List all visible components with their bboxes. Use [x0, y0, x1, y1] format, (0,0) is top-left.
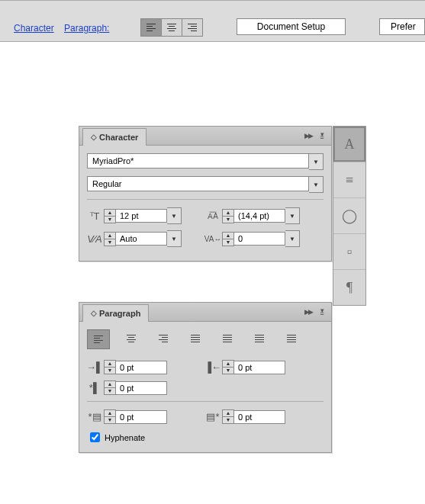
paragraph-panel-icon[interactable]: ≡	[333, 162, 365, 198]
leading-icon: A͞A	[205, 209, 221, 223]
font-size-icon: ᵀT	[87, 209, 102, 223]
para-justify-right[interactable]	[249, 329, 270, 348]
leading-dropdown[interactable]: ▼	[285, 207, 300, 224]
font-size-stepper[interactable]: ▲▼	[104, 209, 116, 223]
tracking-input[interactable]	[234, 232, 285, 246]
opentype-panel-icon[interactable]: ◯	[333, 198, 365, 234]
character-panel-icon[interactable]: A	[333, 127, 365, 162]
space-after-input[interactable]	[234, 410, 285, 424]
align-center-button[interactable]	[162, 19, 182, 36]
character-panel: ◇Character ▶▶ ▾≡ ▼ ▼ ᵀT ▲▼ ▼ A͞A ▲▼ ▼	[79, 126, 332, 262]
indent-right-icon: ▐←	[205, 361, 221, 374]
kerning-icon: V⁄A	[87, 232, 102, 246]
panel-menu-icon[interactable]: ▾≡	[317, 309, 327, 315]
character-link[interactable]: Character	[14, 23, 54, 34]
font-family-dropdown[interactable]: ▼	[309, 153, 324, 170]
font-style-dropdown[interactable]: ▼	[309, 176, 324, 193]
first-line-indent-input[interactable]	[116, 381, 167, 395]
leading-stepper[interactable]: ▲▼	[222, 209, 234, 223]
font-style-input[interactable]	[87, 176, 309, 191]
character-tab[interactable]: ◇Character	[82, 128, 146, 146]
font-size-dropdown[interactable]: ▼	[167, 207, 182, 224]
para-align-right[interactable]	[153, 329, 174, 348]
para-align-left[interactable]	[87, 329, 110, 349]
font-family-input[interactable]	[87, 153, 309, 169]
panel-header[interactable]: ◇Character ▶▶ ▾≡	[79, 127, 331, 146]
toolbar-align-group	[140, 18, 203, 37]
tracking-dropdown[interactable]: ▼	[285, 230, 300, 247]
top-toolbar: Character Paragraph: Document Setup Pref…	[0, 0, 425, 42]
indent-right-stepper[interactable]: ▲▼	[222, 360, 234, 374]
space-after-icon: ▤*	[205, 410, 221, 424]
paragraph-link[interactable]: Paragraph:	[64, 23, 109, 34]
side-icon-bar: A ≡ ◯ ▫ ¶	[333, 126, 366, 306]
panel-header[interactable]: ◇Paragraph ▶▶ ▾≡	[79, 303, 331, 322]
para-justify-all[interactable]	[281, 329, 302, 348]
para-justify-center[interactable]	[217, 329, 238, 348]
pilcrow-panel-icon[interactable]: ¶	[333, 270, 365, 305]
hyphenate-checkbox[interactable]	[90, 432, 100, 442]
collapse-icon[interactable]: ▶▶	[304, 308, 312, 316]
preferences-button[interactable]: Prefer	[379, 18, 425, 35]
paragraph-tab[interactable]: ◇Paragraph	[82, 304, 149, 322]
kerning-stepper[interactable]: ▲▼	[104, 232, 116, 246]
font-size-input[interactable]	[116, 209, 167, 223]
indent-left-icon: →▌	[87, 361, 102, 374]
kerning-dropdown[interactable]: ▼	[167, 230, 182, 247]
align-left-button[interactable]	[141, 19, 162, 36]
indent-left-stepper[interactable]: ▲▼	[104, 360, 116, 374]
kerning-input[interactable]	[116, 232, 167, 246]
paragraph-panel: ◇Paragraph ▶▶ ▾≡ →▌ ▲▼ ▐← ▲▼	[79, 302, 332, 453]
panel-menu-icon[interactable]: ▾≡	[317, 133, 327, 139]
space-before-icon: *▤	[87, 410, 102, 424]
leading-input[interactable]	[234, 209, 285, 223]
glyphs-panel-icon[interactable]: ▫	[333, 234, 365, 270]
space-before-stepper[interactable]: ▲▼	[104, 409, 116, 424]
hyphenate-label: Hyphenate	[105, 433, 145, 442]
first-line-indent-stepper[interactable]: ▲▼	[104, 380, 116, 395]
collapse-icon[interactable]: ▶▶	[304, 132, 312, 140]
tracking-stepper[interactable]: ▲▼	[222, 232, 234, 246]
align-right-button[interactable]	[182, 19, 202, 36]
indent-right-input[interactable]	[234, 361, 285, 374]
document-setup-button[interactable]: Document Setup	[237, 18, 346, 35]
tracking-icon: VA↔	[205, 232, 221, 246]
indent-left-input[interactable]	[116, 361, 167, 374]
para-justify-left[interactable]	[185, 329, 206, 348]
first-line-indent-icon: *▌	[87, 381, 102, 395]
space-after-stepper[interactable]: ▲▼	[222, 409, 234, 424]
para-align-center[interactable]	[121, 329, 142, 348]
space-before-input[interactable]	[116, 410, 167, 424]
